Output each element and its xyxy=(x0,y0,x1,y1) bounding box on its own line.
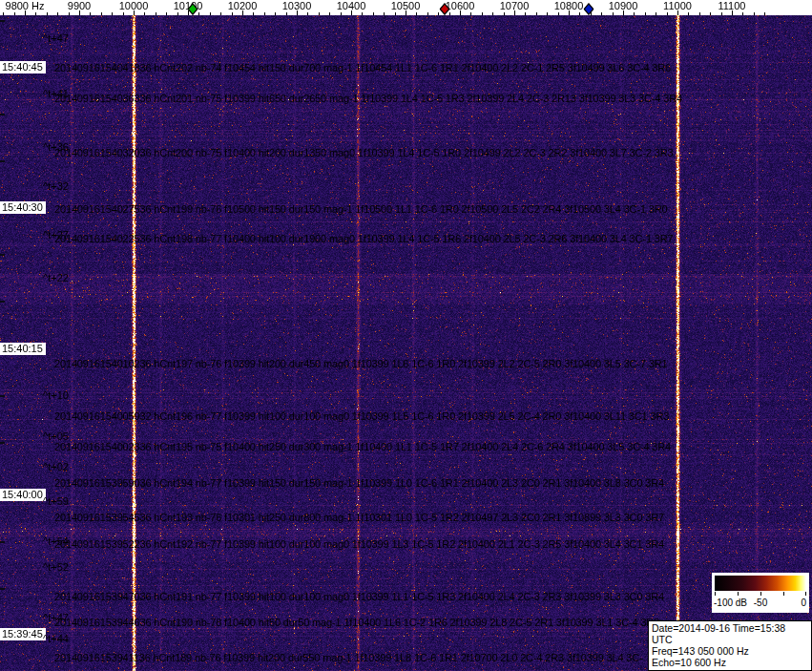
freq-tick xyxy=(764,12,765,15)
freq-tick xyxy=(688,12,689,15)
freq-tick-label: 10300 xyxy=(282,1,312,11)
freq-tick xyxy=(90,12,91,15)
colorbar-tick xyxy=(715,592,716,596)
freq-tick-label: 11000 xyxy=(663,1,692,11)
freq-tick xyxy=(699,12,700,15)
event-time-tag: ^t+44 xyxy=(43,634,69,644)
colorbar-panel: -100 dB -50 0 xyxy=(712,573,809,613)
marker-diamond-red-icon[interactable] xyxy=(440,2,450,19)
meteor-echo-spectrogram-window: 15:40:4515:40:3015:40:1515:40:0015:39:45… xyxy=(0,0,812,671)
freq-tick xyxy=(275,12,276,15)
freq-tick xyxy=(601,12,602,15)
event-time-tag: ^t+59 xyxy=(43,496,69,507)
time-axis-tick xyxy=(0,442,5,444)
detection-log-line: 20140916153959036 hCnt194 nb-77 f10399 h… xyxy=(54,478,664,489)
frequency-axis: 9800 Hz990010000101001020010300104001050… xyxy=(0,0,812,15)
freq-tick xyxy=(232,12,233,15)
colorbar-max-label: 0 xyxy=(801,598,806,608)
freq-tick xyxy=(69,12,70,15)
freq-tick xyxy=(721,12,722,15)
marker-diamond-blue-icon[interactable] xyxy=(584,2,594,19)
event-time-tag: ^t+36 xyxy=(43,142,69,153)
status-info-box: Date=2014-09-16 Time=15:38 UTC Freq=143 … xyxy=(648,620,812,671)
detection-log-line: 20140916153954536 hCnt193 nb-76 f10301 h… xyxy=(54,513,664,523)
freq-tick-label: 10500 xyxy=(391,1,421,11)
time-axis-tick xyxy=(0,160,5,162)
freq-tick xyxy=(667,12,668,15)
event-time-tag: ^t+47 xyxy=(43,33,69,44)
freq-tick-label: 10800 xyxy=(554,1,584,11)
freq-tick xyxy=(47,12,48,15)
spectrogram-text-overlay: 15:40:4515:40:3015:40:1515:40:0015:39:45… xyxy=(0,0,812,671)
colorbar-tick xyxy=(738,592,739,596)
freq-tick xyxy=(307,12,308,15)
freq-tick xyxy=(220,12,221,15)
freq-tick xyxy=(57,12,58,15)
freq-tick xyxy=(329,12,330,15)
event-time-tag: ^t+47 xyxy=(43,613,69,623)
freq-tick xyxy=(198,12,199,15)
detection-log-line: 20140916154032036 hCnt200 nb-75 f10400 h… xyxy=(54,148,674,158)
event-time-tag: ^t+32 xyxy=(43,181,69,192)
freq-tick xyxy=(286,12,287,15)
marker-diamond-green-icon[interactable] xyxy=(188,2,198,19)
time-label: 15:39:45 xyxy=(0,628,46,640)
freq-tick xyxy=(112,12,113,15)
time-axis-tick xyxy=(0,20,5,22)
freq-tick xyxy=(634,12,635,15)
detection-log-line: 20140916153944636 hCnt190 nb-78 f10400 h… xyxy=(54,618,659,628)
detection-log-line: 20140916154002336 hCnt195 nb-75 f10400 h… xyxy=(54,442,671,452)
freq-tick xyxy=(166,12,167,15)
freq-tick xyxy=(264,12,265,15)
time-axis-tick xyxy=(0,114,5,115)
event-time-tag: ^t+41 xyxy=(43,89,69,99)
time-label: 15:40:30 xyxy=(0,201,46,214)
freq-tick-label: 10000 xyxy=(119,1,149,11)
event-time-tag: ^t+52 xyxy=(43,562,69,573)
colorbar-mid-label: -50 xyxy=(754,598,767,608)
freq-tick xyxy=(416,12,417,15)
freq-tick xyxy=(742,12,743,15)
event-time-tag: ^t+10 xyxy=(43,390,69,401)
detection-log-line: 20140916153952236 hCnt192 nb-77 f10399 h… xyxy=(54,539,664,550)
freq-tick xyxy=(156,12,156,15)
colorbar-gradient xyxy=(715,576,806,591)
freq-tick xyxy=(101,12,102,15)
freq-tick xyxy=(482,12,483,15)
detection-log-line: 20140916154041836 hCnt202 nb-74 f10454 h… xyxy=(54,63,671,73)
freq-tick xyxy=(645,12,646,15)
freq-tick-label: 10400 xyxy=(337,1,366,11)
detection-log-line: 20140916154010236 hCnt197 nb-76 f10399 h… xyxy=(54,359,668,369)
freq-tick xyxy=(427,12,428,15)
time-axis-tick xyxy=(0,301,5,303)
freq-tick xyxy=(525,12,526,15)
freq-tick xyxy=(656,12,656,15)
freq-tick xyxy=(210,12,211,15)
freq-tick xyxy=(253,12,254,15)
freq-tick-label: 9800 Hz xyxy=(6,1,45,11)
freq-tick xyxy=(754,12,755,15)
detection-log-line: 20140916154005932 hCnt196 nb-77 f10399 h… xyxy=(54,411,669,422)
colorbar-tick xyxy=(805,592,806,596)
event-time-tag: ^t+02 xyxy=(43,462,69,472)
freq-tick xyxy=(492,12,493,15)
freq-tick-label: 10700 xyxy=(500,1,530,11)
freq-tick xyxy=(319,12,320,15)
time-axis-tick xyxy=(0,588,5,590)
freq-tick xyxy=(373,12,374,15)
colorbar-min-label: -100 dB xyxy=(714,598,747,608)
freq-tick-label: 10900 xyxy=(609,1,638,11)
freq-tick xyxy=(395,12,396,15)
freq-tick xyxy=(558,12,559,15)
time-label: 15:40:00 xyxy=(0,489,46,501)
freq-tick-label: 11100 xyxy=(718,1,746,11)
freq-tick xyxy=(3,12,4,15)
freq-tick xyxy=(14,12,15,15)
freq-tick xyxy=(536,12,537,15)
time-label: 15:40:15 xyxy=(0,343,46,355)
freq-tick xyxy=(710,12,711,15)
freq-tick xyxy=(504,12,505,15)
freq-tick xyxy=(384,12,385,15)
detection-log-line: 20140916153941136 hCnt189 nb-76 f10399 h… xyxy=(54,653,643,663)
event-time-tag: ^t+54 xyxy=(43,536,69,547)
